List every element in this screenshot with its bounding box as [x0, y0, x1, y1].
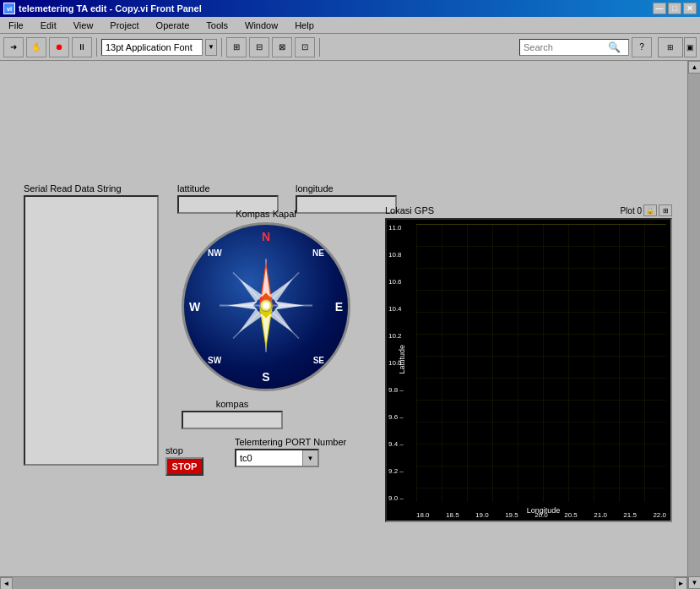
- main-area: ▲ ▼ ◄ ► Serial Read Data String lattitud…: [0, 61, 700, 589]
- y-tick-1: 10.8: [388, 251, 415, 259]
- menu-tools[interactable]: Tools: [201, 19, 233, 32]
- kompas-input[interactable]: [182, 411, 283, 429]
- toolbar: ➜ ✋ ⏺ ⏸ 13pt Application Font ▼ ⊞ ⊟ ⊠ ⊡ …: [0, 34, 700, 61]
- svg-marker-13: [239, 309, 263, 333]
- plot-lock-btn[interactable]: 🔒: [643, 205, 657, 216]
- y-tick-10: 9.0 –: [388, 494, 415, 502]
- separator-1: [96, 38, 97, 57]
- compass-east: E: [335, 300, 343, 314]
- serial-read-box[interactable]: [24, 195, 159, 466]
- scroll-left-btn[interactable]: ◄: [0, 577, 13, 589]
- compass-west: W: [189, 300, 200, 314]
- svg-marker-12: [269, 279, 293, 303]
- scroll-track-v[interactable]: [688, 74, 700, 576]
- scroll-right-btn[interactable]: ►: [675, 577, 687, 589]
- y-tick-8: 9.4 –: [388, 440, 415, 448]
- y-tick-0: 11.0: [388, 224, 415, 232]
- vertical-scrollbar[interactable]: ▲ ▼: [687, 61, 700, 589]
- gps-title: Lokasi GPS: [385, 205, 434, 215]
- port-panel: Telemtering PORT Number tc0 ▼: [235, 437, 346, 467]
- font-dropdown-btn[interactable]: ▼: [205, 39, 217, 56]
- gps-plot-controls: Plot 0 🔒 ⊞: [620, 205, 672, 216]
- gps-title-bar: Lokasi GPS Plot 0 🔒 ⊞: [385, 205, 672, 216]
- search-icon: 🔍: [608, 41, 621, 53]
- window-title: telemetering TA edit - Copy.vi Front Pan…: [19, 3, 202, 14]
- title-bar: vi telemetering TA edit - Copy.vi Front …: [0, 0, 700, 17]
- pause-btn[interactable]: ⏸: [72, 37, 92, 57]
- x-axis-label-wrap: Longitude: [416, 499, 670, 521]
- port-label: Telemtering PORT Number: [235, 437, 346, 447]
- menu-file[interactable]: File: [3, 19, 29, 32]
- menu-help[interactable]: Help: [290, 19, 319, 32]
- app-icon: vi: [3, 3, 15, 14]
- menu-view[interactable]: View: [68, 19, 99, 32]
- svg-point-16: [263, 303, 269, 309]
- compass-circle: N S E W NE NW SE SW: [182, 222, 350, 391]
- chart-container: Lattitude 11.0 10.8 10.6 10.4 10.2: [385, 218, 672, 522]
- scroll-up-btn[interactable]: ▲: [688, 61, 700, 74]
- kompas-label: kompas: [182, 399, 283, 409]
- menu-operate[interactable]: Operate: [151, 19, 195, 32]
- port-dropdown-btn[interactable]: ▼: [302, 450, 317, 466]
- compass-panel: Kompas Kapal N S E W NE NW SE SW: [182, 209, 350, 391]
- font-name: 13pt Application Font: [106, 42, 193, 52]
- stop-button[interactable]: STOP: [166, 457, 203, 476]
- scroll-down-btn[interactable]: ▼: [688, 576, 700, 589]
- menu-bar: File Edit View Project Operate Tools Win…: [0, 17, 700, 34]
- close-button[interactable]: ✕: [683, 3, 697, 14]
- port-value[interactable]: tc0: [236, 450, 302, 466]
- help-btn[interactable]: ?: [632, 37, 652, 57]
- kompas-box-wrap: kompas: [182, 399, 283, 429]
- stop-panel: stop STOP: [166, 445, 203, 476]
- y-tick-3: 10.4: [388, 305, 415, 313]
- y-tick-4: 10.2: [388, 332, 415, 340]
- svg-marker-9: [228, 302, 258, 310]
- svg-marker-10: [274, 302, 304, 310]
- y-tick-7: 9.6 –: [388, 413, 415, 421]
- y-tick-9: 9.2 –: [388, 467, 415, 475]
- svg-marker-14: [269, 309, 293, 333]
- menu-window[interactable]: Window: [240, 19, 283, 32]
- y-tick-5: 10.0: [388, 359, 415, 367]
- search-input[interactable]: [524, 42, 608, 52]
- plot-expand-btn[interactable]: ⊞: [659, 205, 672, 216]
- record-btn[interactable]: ⏺: [49, 37, 69, 57]
- compass-south: S: [262, 370, 269, 384]
- menu-project[interactable]: Project: [105, 19, 144, 32]
- hand-tool-btn[interactable]: ✋: [26, 37, 46, 57]
- compass-north: N: [262, 230, 270, 243]
- y-ticks: 11.0 10.8 10.6 10.4 10.2 10.0 9.8 – 9.6 …: [388, 224, 415, 502]
- panel-icon-2: ▣: [684, 37, 697, 57]
- arrow-tool-btn[interactable]: ➜: [3, 37, 24, 57]
- port-select[interactable]: tc0 ▼: [235, 449, 319, 467]
- distribute-btn[interactable]: ⊟: [249, 37, 269, 57]
- resize-btn[interactable]: ⊠: [272, 37, 292, 57]
- x-axis-label: Longitude: [527, 506, 561, 515]
- serial-read-panel: Serial Read Data String: [24, 183, 159, 488]
- horizontal-scrollbar[interactable]: ◄ ►: [0, 576, 687, 589]
- panel-icon-1: ⊞: [658, 37, 683, 57]
- font-selector[interactable]: 13pt Application Font: [101, 39, 203, 56]
- scroll-track-h[interactable]: [13, 577, 675, 589]
- chart-grid-svg: [416, 224, 666, 502]
- longitude-label: longitude: [296, 183, 397, 194]
- separator-3: [319, 38, 320, 57]
- plot-label: Plot 0: [620, 206, 642, 215]
- maximize-button[interactable]: □: [668, 3, 681, 14]
- y-tick-6: 9.8 –: [388, 386, 415, 394]
- stop-label: stop: [166, 445, 203, 455]
- separator-2: [221, 38, 222, 57]
- order-btn[interactable]: ⊡: [295, 37, 315, 57]
- search-box[interactable]: 🔍: [519, 39, 629, 56]
- svg-marker-11: [239, 279, 263, 303]
- align-btn[interactable]: ⊞: [226, 37, 247, 57]
- gps-panel: Lokasi GPS Plot 0 🔒 ⊞ Lattitude: [385, 205, 672, 526]
- y-tick-2: 10.6: [388, 278, 415, 286]
- compass-title-label: Kompas Kapal: [182, 209, 350, 219]
- minimize-button[interactable]: —: [653, 3, 666, 14]
- svg-rect-17: [416, 224, 666, 502]
- serial-read-label: Serial Read Data String: [24, 183, 159, 194]
- menu-edit[interactable]: Edit: [35, 19, 62, 32]
- lattitude-label: lattitude: [177, 183, 279, 194]
- compass-needle: [215, 255, 317, 359]
